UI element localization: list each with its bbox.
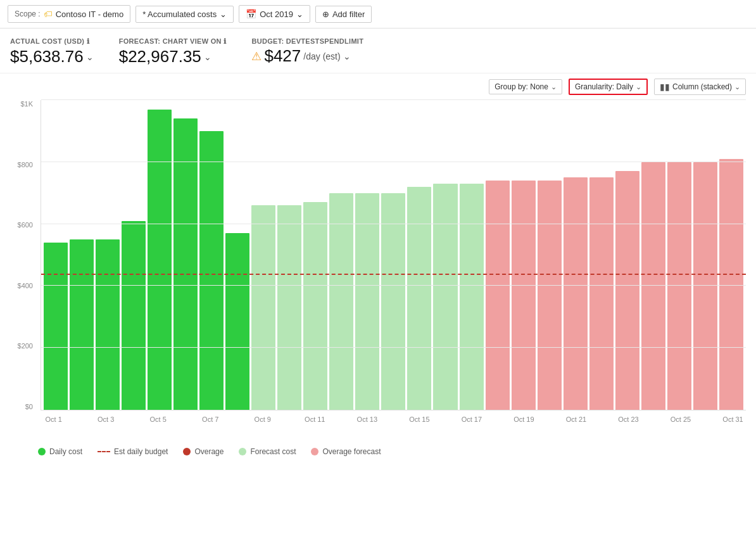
bar-overage-wrapper xyxy=(589,177,614,410)
grid-line xyxy=(41,285,746,286)
y-axis-label: $600 xyxy=(18,221,37,229)
bar-forecast xyxy=(251,205,275,410)
bar-overage-bottom xyxy=(512,252,536,410)
bar-overage-bottom xyxy=(641,252,665,410)
bar-group xyxy=(277,100,301,410)
bar-group xyxy=(225,100,249,410)
date-selector[interactable]: 📅 Oct 2019 ⌄ xyxy=(239,5,310,23)
actual-cost-label: ACTUAL COST (USD) ℹ xyxy=(10,37,94,46)
actual-cost-metric: ACTUAL COST (USD) ℹ $5,638.76 ⌄ xyxy=(10,37,94,67)
bar-overage-bottom xyxy=(719,252,743,410)
x-axis-label: Oct 7 xyxy=(198,416,224,423)
bar-forecast xyxy=(433,184,457,410)
y-axis-label: $0 xyxy=(25,403,37,410)
bar-group xyxy=(512,100,536,410)
bar-group xyxy=(70,100,94,410)
view-label: * Accumulated costs xyxy=(142,10,217,19)
x-axis-label: Oct 13 xyxy=(354,416,380,423)
budget-metric: BUDGET: DEVTESTSPENDLIMIT ⚠ $427 /day (e… xyxy=(251,37,363,67)
add-filter-button[interactable]: ⊕ Add filter xyxy=(315,6,372,23)
scope-selector[interactable]: Scope : 🏷 Contoso IT - demo xyxy=(8,5,130,23)
bar-forecast xyxy=(355,193,379,410)
y-axis-label: $800 xyxy=(18,161,37,168)
bar-overage-top xyxy=(719,159,743,252)
bar-overage-bottom xyxy=(589,252,614,410)
x-axis-label: Oct 19 xyxy=(511,416,537,423)
legend-color-dot xyxy=(239,448,246,455)
bar-overage-top xyxy=(693,162,717,252)
budget-value: ⚠ $427 /day (est) ⌄ xyxy=(251,46,363,66)
legend-item: Forecast cost xyxy=(239,447,296,456)
bar-overage-top xyxy=(641,162,665,252)
chart-wrapper: $0$200$400$600$800$1K Oct 1Oct 3Oct 5Oct… xyxy=(10,100,746,436)
bar-group xyxy=(329,100,353,410)
legend-label: Daily cost xyxy=(49,447,82,456)
scope-prefix-label: Scope : xyxy=(15,10,41,18)
bar-actual xyxy=(199,131,224,410)
forecast-chevron-icon: ⌄ xyxy=(204,52,211,62)
x-axis-label: Oct 3 xyxy=(93,416,119,423)
actual-cost-amount: $5,638.76 xyxy=(10,47,84,67)
x-axis-label: Oct 9 xyxy=(249,416,275,423)
bar-overage-bottom xyxy=(667,252,691,410)
bar-overage-wrapper xyxy=(667,162,691,410)
legend-label: Overage xyxy=(194,447,224,456)
bar-group xyxy=(173,100,198,410)
bar-actual xyxy=(70,239,94,410)
bar-overage-top xyxy=(538,181,562,251)
forecast-amount: $22,967.35 xyxy=(119,47,201,67)
bar-group xyxy=(589,100,614,410)
bar-group xyxy=(486,100,510,410)
bar-overage-wrapper xyxy=(564,177,588,410)
budget-chevron-icon: ⌄ xyxy=(343,51,351,61)
budget-sub-label: /day (est) xyxy=(303,51,340,61)
view-selector[interactable]: * Accumulated costs ⌄ xyxy=(135,6,234,23)
chart-controls: Group by: None ⌄ Granularity: Daily ⌄ ▮▮… xyxy=(0,73,756,100)
granularity-selector[interactable]: Granularity: Daily ⌄ xyxy=(569,79,648,95)
chart-type-icon: ▮▮ xyxy=(660,82,670,92)
y-axis-label: $400 xyxy=(18,282,37,289)
bar-overage-top xyxy=(512,181,536,251)
x-axis-label: Oct 31 xyxy=(720,416,746,423)
bar-group xyxy=(564,100,588,410)
metrics-bar: ACTUAL COST (USD) ℹ $5,638.76 ⌄ FORECAST… xyxy=(0,29,756,73)
legend: Daily costEst daily budgetOverageForecas… xyxy=(0,442,756,465)
budget-line xyxy=(41,274,746,275)
bar-group xyxy=(381,100,405,410)
bar-overage-bottom xyxy=(693,252,717,410)
grid-line xyxy=(41,99,746,100)
x-axis-label: Oct 5 xyxy=(145,416,171,423)
x-axis-label: Oct 25 xyxy=(667,416,693,423)
date-chevron-icon: ⌄ xyxy=(296,10,303,19)
legend-item: Overage forecast xyxy=(311,447,381,456)
bar-group xyxy=(460,100,484,410)
group-by-label: Group by: None xyxy=(495,82,548,91)
bar-overage-bottom xyxy=(615,252,639,410)
legend-item: Overage xyxy=(183,447,224,456)
x-axis-label: Oct 21 xyxy=(563,416,589,423)
legend-dashed-line xyxy=(98,451,110,453)
chart-type-selector[interactable]: ▮▮ Column (stacked) ⌄ xyxy=(654,79,746,95)
chart-type-label: Column (stacked) xyxy=(672,82,732,91)
bar-group xyxy=(199,100,224,410)
granularity-label: Granularity: Daily xyxy=(575,82,633,91)
calendar-icon: 📅 xyxy=(246,9,256,19)
bar-group xyxy=(407,100,431,410)
bar-forecast xyxy=(329,193,353,410)
bar-actual xyxy=(225,233,249,410)
bar-overage-bottom xyxy=(538,252,562,410)
legend-color-dot xyxy=(183,448,191,455)
group-by-selector[interactable]: Group by: None ⌄ xyxy=(489,79,562,94)
x-axis: Oct 1Oct 3Oct 5Oct 7Oct 9Oct 11Oct 13Oct… xyxy=(41,413,746,436)
bar-overage-wrapper xyxy=(486,181,510,410)
scope-name-label: Contoso IT - demo xyxy=(56,10,123,19)
bar-group xyxy=(719,100,743,410)
bar-forecast xyxy=(381,193,405,410)
chart-inner xyxy=(41,100,746,410)
bar-group xyxy=(538,100,562,410)
bar-overage-wrapper xyxy=(719,159,743,410)
bar-overage-bottom xyxy=(564,252,588,410)
bar-overage-wrapper xyxy=(693,162,717,410)
forecast-metric: FORECAST: CHART VIEW ON ℹ $22,967.35 ⌄ xyxy=(119,37,227,67)
legend-label: Est daily budget xyxy=(114,447,168,456)
